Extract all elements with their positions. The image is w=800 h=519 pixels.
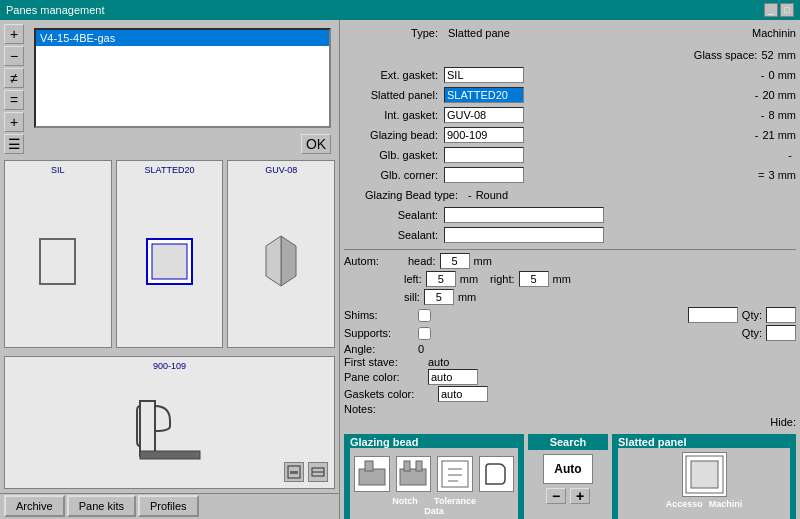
ok-button[interactable]: OK (301, 134, 331, 154)
r900-icon (135, 391, 205, 471)
glazing-content: Notch Tolerance Data (350, 448, 518, 519)
gaskets-color-row: Gaskets color: (344, 386, 796, 402)
glb-gasket-dash: - (784, 149, 796, 161)
glazing-bead-label: Glazing bead: (344, 129, 444, 141)
notequal-button[interactable]: ≠ (4, 68, 24, 88)
glazing-bead-type-dash: - (464, 189, 476, 201)
list-button[interactable]: ☰ (4, 134, 24, 154)
shims-field[interactable] (688, 307, 738, 323)
r900-label: 900-109 (153, 361, 186, 371)
data-label: Data (424, 506, 444, 516)
glb-gasket-label: Glb. gasket: (344, 149, 444, 161)
pane-color-row: Pane color: (344, 369, 796, 385)
machini-label: Machini (709, 499, 743, 509)
guv08-preview: GUV-08 (227, 160, 335, 348)
head-unit: mm (474, 255, 492, 267)
profiles-button[interactable]: Profiles (138, 495, 199, 517)
minus-button[interactable]: − (4, 46, 24, 66)
glazing-bead-title: Glazing bead (350, 436, 518, 448)
sealant1-input[interactable] (444, 207, 604, 223)
slatted-panel-input[interactable] (444, 87, 524, 103)
left-unit: mm (460, 273, 478, 285)
notch-icon (357, 459, 387, 489)
sealant2-row: Sealant: (344, 226, 796, 244)
gb-icon-2[interactable] (396, 456, 432, 492)
glass-space-row: Glass space: 52 mm (344, 46, 796, 64)
left-panel: + − ≠ = + ☰ V4-15-4BE-gas OK SIL (0, 20, 340, 519)
slatted-panel-dash: - (751, 89, 763, 101)
shims-label: Shims: (344, 309, 414, 321)
glazing-bead-box: Glazing bead (344, 434, 524, 519)
guv08-label: GUV-08 (265, 165, 297, 175)
int-gasket-input[interactable] (444, 107, 524, 123)
sill-label: sill: (404, 291, 420, 303)
sealant1-label: Sealant: (344, 209, 444, 221)
pane-color-input[interactable] (428, 369, 478, 385)
type-value: Slatted pane (444, 27, 514, 39)
notes-row: Notes: (344, 403, 796, 415)
ext-gasket-mm: 0 mm (769, 69, 797, 81)
bottom-icons (284, 462, 328, 482)
sealant2-input[interactable] (444, 227, 604, 243)
gb-icon-1[interactable] (354, 456, 390, 492)
sill-input[interactable] (424, 289, 454, 305)
pane-kits-button[interactable]: Pane kits (67, 495, 136, 517)
left-input[interactable] (426, 271, 456, 287)
glb-corner-mm: 3 mm (769, 169, 797, 181)
glazing-bead-input[interactable] (444, 127, 524, 143)
auto-button[interactable]: Auto (543, 454, 593, 484)
maximize-button[interactable]: □ (780, 3, 794, 17)
sill-unit: mm (458, 291, 476, 303)
head-input[interactable] (440, 253, 470, 269)
slatted20-preview: SLATTED20 (116, 160, 224, 348)
svg-rect-3 (140, 401, 155, 456)
glb-corner-input[interactable] (444, 167, 524, 183)
guv08-image (261, 231, 301, 293)
supports-qty-input[interactable] (766, 325, 796, 341)
minimize-button[interactable]: _ (764, 3, 778, 17)
int-gasket-dash: - (757, 109, 769, 121)
panes-list: V4-15-4BE-gas (34, 28, 331, 128)
icon-btn-1[interactable] (284, 462, 304, 482)
plus2-button[interactable]: + (4, 112, 24, 132)
component-icon (286, 464, 302, 480)
icon-btn-2[interactable] (308, 462, 328, 482)
shims-checkbox[interactable] (418, 309, 431, 322)
main-container: + − ≠ = + ☰ V4-15-4BE-gas OK SIL (0, 20, 800, 519)
equal-button[interactable]: = (4, 90, 24, 110)
right-input[interactable] (519, 271, 549, 287)
gb-icon-3[interactable] (437, 456, 473, 492)
archive-button[interactable]: Archive (4, 495, 65, 517)
glazing-bead-mm: 21 mm (762, 129, 796, 141)
bottom-section: Glazing bead (344, 434, 796, 519)
guv08-icon (261, 231, 301, 291)
type-label: Type: (344, 27, 444, 39)
glb-corner-row: Glb. corner: = 3 mm (344, 166, 796, 184)
glass-space-label: Glass space: (694, 49, 758, 61)
sil-preview: SIL (4, 160, 112, 348)
slatted-panel-label: Slatted panel: (344, 89, 444, 101)
search-content: Auto − + (528, 450, 608, 519)
right-label: right: (490, 273, 514, 285)
gaskets-color-input[interactable] (438, 386, 488, 402)
search-plus-button[interactable]: + (570, 488, 590, 504)
list-item[interactable]: V4-15-4BE-gas (36, 30, 329, 46)
slatted20-label: SLATTED20 (145, 165, 195, 175)
gb-icon-4[interactable] (479, 456, 515, 492)
glb-gasket-input[interactable] (444, 147, 524, 163)
add-button[interactable]: + (4, 24, 24, 44)
footer-bar: Archive Pane kits Profiles (0, 493, 339, 519)
sil-label: SIL (51, 165, 65, 175)
ext-gasket-dash: - (757, 69, 769, 81)
supports-checkbox[interactable] (418, 327, 431, 340)
tolerance-icon (398, 459, 428, 489)
ext-gasket-input[interactable] (444, 67, 524, 83)
shims-qty-input[interactable] (766, 307, 796, 323)
angle-row: Angle: 0 (344, 343, 796, 355)
glb-corner-label: Glb. corner: (344, 169, 444, 181)
sp-content: Accesso Machini (618, 448, 790, 519)
angle-value: 0 (418, 343, 424, 355)
search-minus-button[interactable]: − (546, 488, 566, 504)
svg-rect-4 (140, 451, 200, 459)
title-bar: Panes management _ □ (0, 0, 800, 20)
